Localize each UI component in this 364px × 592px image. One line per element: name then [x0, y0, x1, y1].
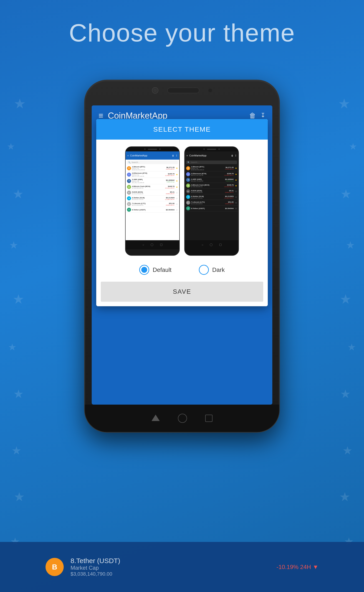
mini-recents-btn-default — [160, 244, 162, 246]
bottom-coin-price-info: -10.19% 24H ▼ — [276, 564, 318, 571]
mini-phone-top-default — [126, 147, 179, 151]
dark-radio-button[interactable] — [199, 265, 209, 275]
bottom-market-cap-val: $3,038,140,790.00 — [71, 571, 270, 577]
phone-shell: ≡ CoinMarketApp 🗑 ↧ SELECT THEME — [84, 80, 280, 433]
mini-title-dark: CoinMarketApp — [189, 154, 230, 157]
save-btn-wrapper: SAVE — [96, 282, 268, 306]
phone-device: ≡ CoinMarketApp 🗑 ↧ SELECT THEME — [84, 80, 280, 433]
mini-menu-default: ≡ — [127, 154, 129, 157]
mini-coin-eth-dark: Ξ 2.Ethereum (ETH) $20,477,417,132.00 $1… — [185, 172, 238, 177]
mini-eos-icon-dark: E — [186, 189, 190, 193]
mini-phone-top-dark — [185, 147, 238, 151]
mini-search-default: 🔍 Search... — [127, 160, 178, 164]
mini-star-usdt-default: ☆ — [176, 209, 178, 211]
mini-star-eth-default: ★ — [176, 173, 178, 176]
mini-btc-icon-dark: ₿ — [186, 166, 190, 170]
mini-bch-icon-dark: ₿ — [186, 184, 190, 188]
mini-search-text-dark: Search... — [191, 161, 199, 164]
phone-speaker — [168, 88, 199, 93]
mini-search-text-default: Search... — [131, 161, 140, 164]
phone-camera — [152, 87, 158, 93]
bottom-market-cap: Market Cap — [71, 565, 270, 571]
dialog-title: SELECT THEME — [101, 126, 263, 133]
save-button[interactable]: SAVE — [101, 282, 263, 302]
mini-recents-btn-dark — [219, 244, 221, 246]
mini-coin-bch-dark: ₿ 4.Bitcoin Cash (BCH) $7,808,989,865.00… — [185, 183, 238, 188]
mini-screen-dark: ≡ CoinMarketApp 🗑 ↧ 🔍 Search... — [185, 151, 238, 240]
mini-star-btc-dark: ★ — [235, 167, 237, 169]
dialog-content: ≡ CoinMarketApp 🗑 ↧ 🔍 Search... — [96, 140, 268, 260]
mini-coin-bch-default: ₿ 4.Bitcoin Cash (BCH) $7,808,989,865.00… — [126, 184, 179, 190]
mini-ltc-icon-dark: Ł — [186, 201, 190, 205]
app-bar-actions: 🗑 ↧ — [249, 112, 266, 120]
mini-search-dark: 🔍 Search... — [186, 160, 237, 164]
mini-star-xlm-dark: ☆ — [235, 196, 237, 198]
page-title: Choose your theme — [0, 0, 364, 47]
phone-top-bar — [152, 87, 212, 93]
mini-btc-icon: ₿ — [127, 166, 131, 170]
mini-bch-icon: ₿ — [127, 185, 131, 189]
mini-search-icon-default: 🔍 — [128, 161, 130, 164]
dark-theme-option[interactable]: Dark — [199, 265, 225, 275]
phone-screen: ≡ CoinMarketApp 🗑 ↧ SELECT THEME — [92, 106, 272, 405]
bottom-coin-change: -10.19% 24H ▼ — [276, 564, 318, 571]
dialog-header: SELECT THEME — [96, 119, 268, 140]
mini-delete-dark: 🗑 — [231, 154, 234, 157]
phone-led — [208, 89, 212, 92]
delete-icon[interactable]: 🗑 — [249, 112, 256, 120]
mini-coin-eth-default: Ξ 2.Ethereum (ETH) Market Cap $20,477,41… — [126, 172, 179, 178]
mini-ltc-icon: Ł — [127, 202, 131, 206]
bottom-coin-icon: B — [46, 558, 64, 576]
bottom-coin-bar: B 8.Tether (USDT) Market Cap $3,038,140,… — [0, 542, 364, 592]
mini-xrp-icon: ✕ — [127, 179, 131, 183]
mini-xrp-icon-dark: ✕ — [186, 178, 190, 182]
mini-usdt-icon: T — [127, 208, 131, 212]
bottom-coin-info: 8.Tether (USDT) Market Cap $3,038,140,79… — [71, 557, 270, 577]
mini-coin-list-dark: ₿ 1.Bitcoin (BTC) Market Cap $108,594,45… — [185, 165, 238, 211]
default-theme-option[interactable]: Default — [139, 265, 171, 275]
mini-star-xlm-default: ☆ — [176, 197, 178, 200]
mini-coin-xrp-dark: ✕ 3.XRP (XRP) $16,352,712,098.00 $0.4088… — [185, 177, 238, 183]
mini-coin-xrp-default: ✕ 3.XRP (XRP) Market Cap $16,352,712,098… — [126, 178, 179, 184]
mini-screen-default: ≡ CoinMarketApp 🗑 ↧ 🔍 Search... — [126, 151, 179, 240]
default-theme-phone: ≡ CoinMarketApp 🗑 ↧ 🔍 Search... — [125, 146, 180, 256]
mini-eos-icon: E — [127, 191, 131, 195]
dark-theme-label: Dark — [212, 266, 225, 273]
mini-xlm-icon-dark: ✦ — [186, 195, 190, 199]
default-radio-inner — [141, 267, 147, 273]
mini-star-bch-default: ★ — [176, 186, 178, 188]
mini-coin-usdt-default: T 8.Tether (USDT) $0.994544 ☆ — [126, 207, 179, 213]
mini-star-xrp-default: ★ — [176, 180, 178, 182]
mini-coin-xlm-dark: ✦ 6.Stellar (XLM) $4,033,627,073.00 $0.2… — [185, 194, 238, 200]
mini-back-btn-default: ◁ — [143, 244, 144, 246]
mini-star-btc-default: ★ — [176, 167, 178, 169]
mini-sort-default: ↧ — [176, 154, 177, 157]
mini-star-eos-default: ☆ — [176, 192, 178, 194]
mini-nav-default: ◁ — [126, 240, 179, 249]
default-theme-label: Default — [153, 266, 171, 273]
bottom-coin-name: 8.Tether (USDT) — [71, 557, 270, 565]
mini-search-icon-dark: 🔍 — [188, 161, 190, 164]
default-radio-button[interactable] — [139, 265, 149, 275]
mini-home-btn-dark — [210, 243, 213, 246]
nav-recents-button[interactable] — [205, 415, 213, 422]
mini-eth-icon-dark: Ξ — [186, 172, 190, 176]
mini-coin-eos-dark: E 5.EOS (EOS) $4,813,670,833.00 $5.31 -9… — [185, 188, 238, 194]
phone-nav-bar — [85, 405, 279, 432]
mini-coin-ltc-dark: Ł 7.Litecoin (LTC) $3,044,909,656.00 $51… — [185, 200, 238, 206]
nav-home-button[interactable] — [178, 414, 187, 423]
mini-coin-list-default: ₿ 1.Bitcoin (BTC) Market Cap $108,594,45… — [126, 165, 179, 213]
sort-icon[interactable]: ↧ — [260, 112, 266, 120]
dark-theme-phone: ≡ CoinMarketApp 🗑 ↧ 🔍 Search... — [184, 146, 239, 256]
mini-nav-dark: ◁ — [185, 240, 238, 249]
mini-star-ltc-default: ☆ — [176, 203, 178, 205]
mini-star-eth-dark: ★ — [235, 173, 237, 176]
mini-star-usdt-dark: ☆ — [235, 207, 237, 210]
mini-back-btn-dark: ◁ — [202, 244, 203, 246]
nav-back-button[interactable] — [151, 415, 160, 421]
mini-sort-dark: ↧ — [235, 154, 237, 157]
mini-star-ltc-dark: ☆ — [235, 201, 237, 204]
mini-coin-xlm-default: ✦ 6.Stellar (XLM) $4,033,627,073.00 $0.2… — [126, 196, 179, 201]
mini-title-default: CoinMarketApp — [130, 154, 171, 157]
menu-icon[interactable]: ≡ — [98, 112, 103, 120]
